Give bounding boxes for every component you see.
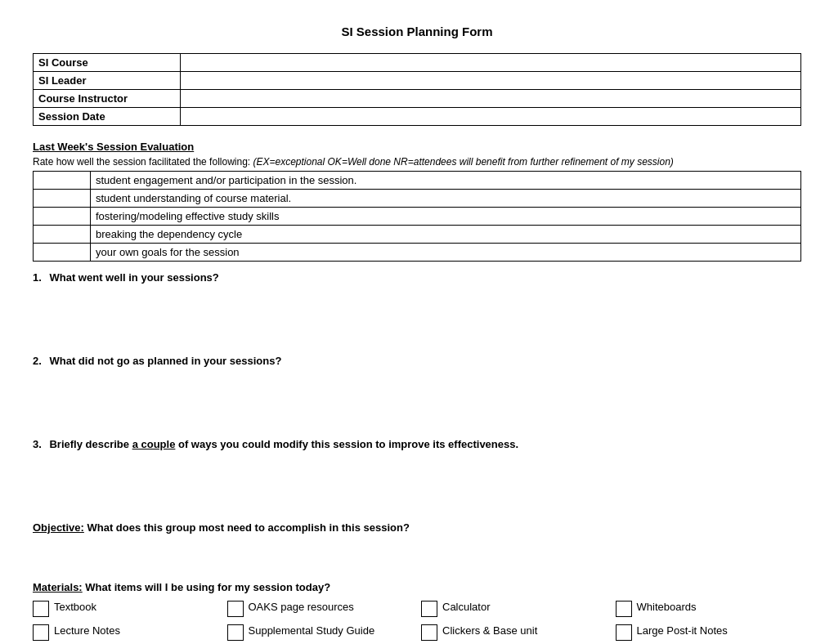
question-2: 2. What did not go as planned in your se… bbox=[33, 355, 801, 367]
info-value[interactable] bbox=[181, 54, 801, 72]
question-1: 1. What went well in your sessions? bbox=[33, 271, 801, 284]
eval-table: student engagement and/or participation … bbox=[33, 171, 801, 262]
q2-num: 2. bbox=[33, 355, 42, 367]
material-label: Supplemental Study Guide bbox=[249, 624, 375, 638]
material-checkbox[interactable] bbox=[227, 601, 244, 617]
eval-rating-cell[interactable] bbox=[34, 226, 91, 244]
q2-answer-space bbox=[33, 370, 801, 415]
material-label: Clickers & Base unit bbox=[442, 624, 537, 638]
materials-section: Materials: What items will I be using fo… bbox=[33, 581, 801, 644]
q3-answer-space bbox=[33, 454, 801, 499]
eval-row: your own goals for the session bbox=[34, 244, 801, 262]
eval-text-cell: fostering/modeling effective study skill… bbox=[91, 208, 801, 226]
eval-text-cell: your own goals for the session bbox=[91, 244, 801, 262]
eval-rating-cell[interactable] bbox=[34, 244, 91, 262]
info-label: Session Date bbox=[34, 108, 181, 126]
info-row: Course Instructor bbox=[34, 90, 801, 108]
evaluation-section-title: Last Week's Session Evaluation bbox=[33, 141, 801, 153]
materials-text: What items will I be using for my sessio… bbox=[83, 581, 330, 593]
material-column: Textbook Lecture Notes Periodic Table bbox=[33, 600, 219, 644]
objective-text: What does this group most need to accomp… bbox=[84, 521, 410, 534]
q2-text: What did not go as planned in your sessi… bbox=[49, 355, 281, 367]
info-row: Session Date bbox=[34, 108, 801, 126]
q1-num: 1. bbox=[33, 271, 42, 284]
q3-prefix: Briefly describe bbox=[49, 438, 132, 450]
material-checkbox[interactable] bbox=[227, 624, 244, 641]
material-item: Textbook bbox=[33, 600, 219, 617]
eval-rating-cell[interactable] bbox=[34, 172, 91, 190]
material-item: Lecture Notes bbox=[33, 624, 219, 641]
objective-answer-space bbox=[33, 534, 801, 566]
eval-text-cell: student understanding of course material… bbox=[91, 190, 801, 208]
eval-row: fostering/modeling effective study skill… bbox=[34, 208, 801, 226]
material-label: Textbook bbox=[54, 600, 96, 615]
info-value[interactable] bbox=[181, 90, 801, 108]
material-label: Whiteboards bbox=[637, 600, 697, 615]
materials-label: Materials: bbox=[33, 581, 83, 593]
eval-text-cell: student engagement and/or participation … bbox=[91, 172, 801, 190]
objective-label: Objective: bbox=[33, 521, 84, 534]
material-item: Supplemental Study Guide bbox=[227, 624, 414, 641]
info-row: SI Leader bbox=[34, 72, 801, 90]
question-1-block: 1. What went well in your sessions? bbox=[33, 271, 801, 332]
info-row: SI Course bbox=[34, 54, 801, 72]
material-column: Calculator Clickers & Base unit Colored … bbox=[421, 600, 608, 644]
eval-row: breaking the dependency cycle bbox=[34, 226, 801, 244]
eval-rating-cell[interactable] bbox=[34, 208, 91, 226]
objective-section: Objective: What does this group most nee… bbox=[33, 521, 801, 566]
instruction-codes: (EX=exceptional OK=Well done NR=attendee… bbox=[253, 156, 673, 168]
q3-num: 3. bbox=[33, 438, 42, 450]
question-2-block: 2. What did not go as planned in your se… bbox=[33, 355, 801, 415]
material-checkbox[interactable] bbox=[421, 601, 437, 617]
q1-answer-space bbox=[33, 287, 801, 332]
info-label: SI Leader bbox=[34, 72, 181, 90]
info-table: SI CourseSI LeaderCourse InstructorSessi… bbox=[33, 53, 801, 126]
q3-underline: a couple bbox=[132, 438, 176, 450]
material-label: Lecture Notes bbox=[54, 624, 120, 638]
q3-suffix: of ways you could modify this session to… bbox=[175, 438, 518, 450]
material-label: Calculator bbox=[442, 600, 491, 615]
page-title: SI Session Planning Form bbox=[33, 25, 801, 38]
info-label: SI Course bbox=[34, 54, 181, 72]
instruction-prefix: Rate how well the session facilitated th… bbox=[33, 156, 253, 168]
material-item: Whiteboards bbox=[616, 600, 802, 617]
rate-instruction: Rate how well the session facilitated th… bbox=[33, 156, 801, 168]
material-label: OAKS page resources bbox=[249, 600, 354, 615]
q1-text: What went well in your sessions? bbox=[49, 271, 218, 284]
material-item: OAKS page resources bbox=[227, 600, 414, 617]
info-label: Course Instructor bbox=[34, 90, 181, 108]
material-item: Clickers & Base unit bbox=[421, 624, 608, 641]
materials-grid: Textbook Lecture Notes Periodic Table OA… bbox=[33, 600, 801, 644]
material-column: Whiteboards Large Post-it Notes Video bbox=[616, 600, 802, 644]
material-item: Large Post-it Notes bbox=[616, 624, 802, 641]
material-checkbox[interactable] bbox=[421, 624, 437, 641]
eval-row: student understanding of course material… bbox=[34, 190, 801, 208]
eval-text-cell: breaking the dependency cycle bbox=[91, 226, 801, 244]
eval-row: student engagement and/or participation … bbox=[34, 172, 801, 190]
material-checkbox[interactable] bbox=[33, 601, 49, 617]
info-value[interactable] bbox=[181, 108, 801, 126]
question-3: 3. Briefly describe a couple of ways you… bbox=[33, 438, 801, 450]
info-value[interactable] bbox=[181, 72, 801, 90]
eval-rating-cell[interactable] bbox=[34, 190, 91, 208]
material-checkbox[interactable] bbox=[33, 624, 49, 641]
material-column: OAKS page resources Supplemental Study G… bbox=[227, 600, 414, 644]
material-item: Calculator bbox=[421, 600, 608, 617]
material-checkbox[interactable] bbox=[616, 624, 632, 641]
question-3-block: 3. Briefly describe a couple of ways you… bbox=[33, 438, 801, 499]
material-label: Large Post-it Notes bbox=[637, 624, 728, 638]
material-checkbox[interactable] bbox=[616, 601, 632, 617]
